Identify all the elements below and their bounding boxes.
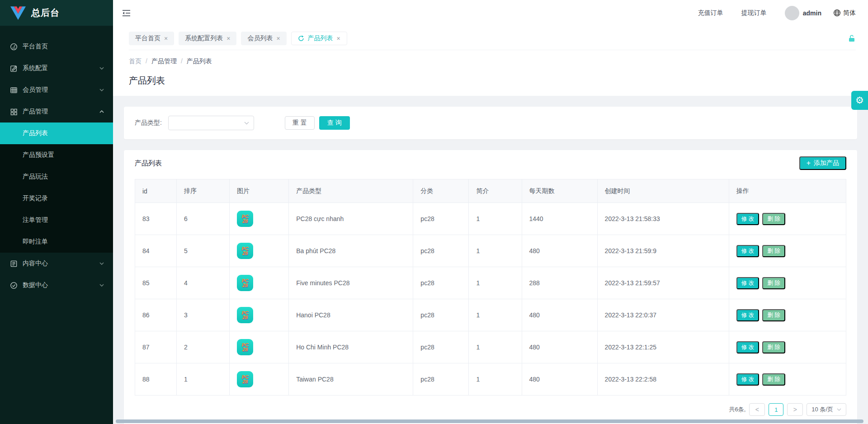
sidebar-item-product-preset[interactable]: 产品预设置 xyxy=(0,144,113,166)
cell-created: 2022-3-13 22:0:37 xyxy=(597,299,729,331)
cell-actions: 修 改删 除 xyxy=(729,267,846,299)
col-header-category: 分类 xyxy=(413,179,469,203)
sidebar-item-content-center[interactable]: 内容中心 xyxy=(0,253,113,274)
sidebar-item-data-center[interactable]: 数据中心 xyxy=(0,274,113,296)
table-header-row: id 排序 图片 产品类型 分类 简介 每天期数 创建时间 操作 xyxy=(135,179,846,203)
logo[interactable]: 总后台 xyxy=(0,0,113,26)
sidebar-item-product-play[interactable]: 产品玩法 xyxy=(0,166,113,188)
sidebar-item-platform-home[interactable]: 平台首页 xyxy=(0,36,113,57)
user-menu[interactable]: admin xyxy=(785,6,821,20)
search-button[interactable]: 查 询 xyxy=(319,116,350,130)
settings-gear-button[interactable]: ⚙ xyxy=(851,91,868,110)
sidebar-item-label: 系统配置 xyxy=(23,64,48,72)
delete-button[interactable]: 删 除 xyxy=(762,245,785,257)
close-icon[interactable]: × xyxy=(276,35,280,42)
edit-button[interactable]: 修 改 xyxy=(736,277,759,289)
product-list-card: 产品列表 + 添加产品 id 排序 xyxy=(124,150,857,424)
table-icon xyxy=(10,86,18,94)
tab-member-list[interactable]: 会员列表 × xyxy=(241,32,286,45)
pagination-total: 共6条, xyxy=(729,405,745,414)
delete-button[interactable]: 删 除 xyxy=(762,213,785,225)
recharge-orders-link[interactable]: 充值订单 xyxy=(698,9,723,17)
withdraw-orders-link[interactable]: 提现订单 xyxy=(741,9,767,17)
cell-id: 87 xyxy=(135,331,177,363)
table-card-head: 产品列表 + 添加产品 xyxy=(135,156,846,170)
cell-image: PC28 xyxy=(230,203,289,235)
cell-id: 83 xyxy=(135,203,177,235)
sidebar-item-instant-bets[interactable]: 即时注单 xyxy=(0,231,113,253)
sidebar-item-label: 平台首页 xyxy=(23,42,48,51)
delete-button[interactable]: 删 除 xyxy=(762,277,785,289)
sidebar-item-bet-management[interactable]: 注单管理 xyxy=(0,209,113,231)
delete-button[interactable]: 删 除 xyxy=(762,373,785,386)
sidebar-menu: 平台首页 系统配置 会员管理 xyxy=(0,26,113,296)
horizontal-scrollbar[interactable] xyxy=(116,419,863,423)
page-number-1[interactable]: 1 xyxy=(769,403,783,416)
sidebar-item-label: 产品预设置 xyxy=(23,151,54,159)
sidebar-collapse-icon[interactable] xyxy=(122,9,131,17)
cell-id: 84 xyxy=(135,235,177,267)
prev-page-button[interactable]: < xyxy=(749,403,765,416)
cell-image: PC28 xyxy=(230,331,289,363)
cell-category: pc28 xyxy=(413,235,469,267)
breadcrumb-current: 产品列表 xyxy=(187,57,212,66)
cell-actions: 修 改删 除 xyxy=(729,363,846,396)
tab-product-list[interactable]: 产品列表 × xyxy=(291,32,347,45)
edit-button[interactable]: 修 改 xyxy=(736,213,759,225)
cell-type: Ho Chi Minh PC28 xyxy=(289,331,413,363)
breadcrumb-section[interactable]: 产品管理 xyxy=(151,57,177,66)
edit-button[interactable]: 修 改 xyxy=(736,309,759,321)
product-image: PC28 xyxy=(237,307,253,323)
language-switcher[interactable]: 简体 xyxy=(833,9,856,17)
sidebar-item-product-management[interactable]: 产品管理 xyxy=(0,101,113,122)
sidebar-item-system-config[interactable]: 系统配置 xyxy=(0,57,113,79)
col-header-id: id xyxy=(135,179,177,203)
add-product-button[interactable]: + 添加产品 xyxy=(799,156,846,170)
cell-actions: 修 改删 除 xyxy=(729,203,846,235)
cell-image: PC28 xyxy=(230,299,289,331)
sidebar-item-lottery-records[interactable]: 开奖记录 xyxy=(0,188,113,209)
product-image: PC28 xyxy=(237,211,253,227)
page-title: 产品列表 xyxy=(129,75,856,87)
chevron-down-icon xyxy=(99,284,104,287)
product-image: PC28 xyxy=(237,371,253,387)
tab-platform-home[interactable]: 平台首页 × xyxy=(129,32,174,45)
product-type-label: 产品类型: xyxy=(135,119,162,127)
tab-system-config-list[interactable]: 系统配置列表 × xyxy=(179,32,236,45)
sidebar-item-label: 开奖记录 xyxy=(23,194,48,203)
next-page-button[interactable]: > xyxy=(787,403,803,416)
cell-type: Taiwan PC28 xyxy=(289,363,413,396)
col-header-intro: 简介 xyxy=(469,179,522,203)
cell-actions: 修 改删 除 xyxy=(729,299,846,331)
col-header-image: 图片 xyxy=(230,179,289,203)
cell-category: pc28 xyxy=(413,267,469,299)
sidebar-item-product-list[interactable]: 产品列表 xyxy=(0,122,113,144)
delete-button[interactable]: 删 除 xyxy=(762,341,785,353)
close-icon[interactable]: × xyxy=(337,35,340,42)
edit-button[interactable]: 修 改 xyxy=(736,373,759,386)
edit-button[interactable]: 修 改 xyxy=(736,341,759,353)
cell-periods: 1440 xyxy=(522,203,597,235)
cell-sort: 5 xyxy=(177,235,230,267)
gear-icon: ⚙ xyxy=(855,95,864,106)
cell-created: 2022-3-13 22:1:25 xyxy=(597,331,729,363)
close-icon[interactable]: × xyxy=(226,35,230,42)
table-row: 84 5 PC28 Ba phút PC28 pc28 1 480 2022-3… xyxy=(135,235,846,267)
globe-icon xyxy=(833,9,841,17)
page-size-select[interactable]: 10 条/页 xyxy=(807,403,846,416)
close-icon[interactable]: × xyxy=(164,35,168,42)
edit-button[interactable]: 修 改 xyxy=(736,245,759,257)
lock-icon[interactable] xyxy=(848,34,856,42)
sidebar-item-member-management[interactable]: 会员管理 xyxy=(0,79,113,101)
delete-button[interactable]: 删 除 xyxy=(762,309,785,321)
refresh-icon[interactable] xyxy=(298,35,304,42)
page-size-label: 10 条/页 xyxy=(811,405,833,414)
product-type-select[interactable] xyxy=(168,116,254,130)
cell-category: pc28 xyxy=(413,203,469,235)
topbar: 充值订单 提现订单 admin 简体 xyxy=(113,0,868,26)
cell-created: 2022-3-13 21:58:33 xyxy=(597,203,729,235)
sidebar-item-label: 产品列表 xyxy=(23,129,48,137)
reset-button[interactable]: 重 置 xyxy=(285,116,315,130)
topbar-right: 充值订单 提现订单 admin 简体 xyxy=(698,6,856,20)
breadcrumb-home[interactable]: 首页 xyxy=(129,57,142,66)
